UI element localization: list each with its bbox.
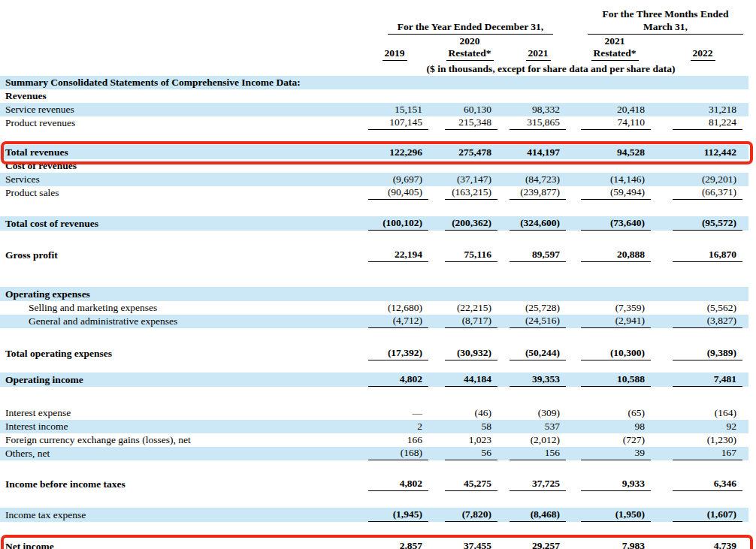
row-label: Product revenues xyxy=(0,116,353,130)
value-cell: (8,717) xyxy=(436,315,503,328)
value-cell: (30,932) xyxy=(436,346,503,360)
value-cell: (95,572) xyxy=(657,216,748,231)
value-cell: (17,392) xyxy=(353,346,436,360)
row-total-cost-of-revenues: Total cost of revenues(100,102)(200,362)… xyxy=(0,216,748,231)
units-note: ($ in thousands, except for share data a… xyxy=(353,62,748,76)
column-header-label: 2021 xyxy=(526,47,551,61)
row-label: Others, net xyxy=(0,447,353,460)
empty-cell xyxy=(0,0,353,35)
value-cell: (3,827) xyxy=(657,315,748,328)
row-revenues-header: Revenues xyxy=(0,89,748,103)
value-cell: 94,528 xyxy=(573,145,657,159)
value-cell: 45,275 xyxy=(436,477,503,491)
value-cell: 7,481 xyxy=(657,373,748,387)
value-cell: (46) xyxy=(436,406,503,420)
column-header-label: 2020Restated* xyxy=(446,35,494,61)
value-cell: 156 xyxy=(503,447,573,460)
value-cell: (9,697) xyxy=(353,173,436,186)
value-cell: 10,588 xyxy=(573,373,657,387)
value-cell: (324,600) xyxy=(503,216,573,231)
value-cell: 39,353 xyxy=(503,373,573,387)
spacer-cell xyxy=(0,130,748,145)
value-cell: 75,116 xyxy=(436,248,503,262)
value-cell: 9,933 xyxy=(573,477,657,491)
spacer-row xyxy=(0,387,748,406)
spacer-row xyxy=(0,460,748,477)
row-label: Cost of revenues xyxy=(0,159,748,173)
value-cell: (24,516) xyxy=(503,315,573,328)
spacer-cell xyxy=(0,387,748,406)
value-cell: (2,941) xyxy=(573,315,657,328)
value-cell: (164) xyxy=(657,406,748,420)
units-row: ($ in thousands, except for share data a… xyxy=(0,62,748,76)
value-cell: 20,888 xyxy=(573,248,657,262)
value-cell: (84,723) xyxy=(503,173,573,186)
value-cell: 89,597 xyxy=(503,248,573,262)
spacer-row xyxy=(0,328,748,346)
value-cell: (5,562) xyxy=(657,301,748,315)
value-cell: (73,640) xyxy=(573,216,657,231)
row-label: Product sales xyxy=(0,186,353,200)
spacer-cell xyxy=(0,328,748,346)
year-ended-group-cell: For the Year Ended December 31, xyxy=(353,0,573,35)
column-header-2021-restated: 2021Restated* xyxy=(573,35,657,62)
column-header-label: 2021Restated* xyxy=(591,35,639,61)
row-product-revenues: Product revenues107,145215,348315,86574,… xyxy=(0,116,748,130)
value-cell: (4,712) xyxy=(353,315,436,328)
value-cell: (1,945) xyxy=(353,508,436,522)
value-cell: (25,728) xyxy=(503,301,573,315)
value-cell: 6,346 xyxy=(657,477,748,491)
row-label: Total operating expenses xyxy=(0,346,353,360)
value-cell: 537 xyxy=(503,420,573,433)
spacer-cell xyxy=(0,200,748,216)
value-cell: (239,877) xyxy=(503,186,573,200)
value-cell: 15,151 xyxy=(353,103,436,116)
value-cell: 31,218 xyxy=(657,103,748,116)
spacer-cell xyxy=(0,491,748,508)
spacer-row xyxy=(0,231,748,248)
row-selling-marketing-expenses: Selling and marketing expenses(12,680)(2… xyxy=(0,301,748,315)
value-cell: 2,857 xyxy=(353,538,436,549)
row-total-operating-expenses: Total operating expenses(17,392)(30,932)… xyxy=(0,346,748,360)
row-label: Services xyxy=(0,173,353,186)
value-cell: (1,950) xyxy=(573,508,657,522)
value-cell: 81,224 xyxy=(657,116,748,130)
value-cell: 275,478 xyxy=(436,145,503,159)
row-operating-expenses-header: Operating expenses xyxy=(0,287,748,301)
column-years-row: 20192020Restated*20212021Restated*2022 xyxy=(0,35,748,62)
spacer-cell xyxy=(0,360,748,373)
row-label: Summary Consolidated Statements of Compr… xyxy=(0,76,748,89)
row-interest-expense: Interest expense—(46)(309)(65)(164) xyxy=(0,406,748,420)
value-cell: 58 xyxy=(436,420,503,433)
comprehensive-income-table: For the Year Ended December 31, For the … xyxy=(0,0,748,549)
year-ended-group-header: For the Year Ended December 31, xyxy=(388,20,553,35)
value-cell: 74,110 xyxy=(573,116,657,130)
row-gross-profit: Gross profit22,19475,11689,59720,88816,8… xyxy=(0,248,748,262)
value-cell: (2,012) xyxy=(503,433,573,447)
value-cell: 60,130 xyxy=(436,103,503,116)
value-cell: 167 xyxy=(657,447,748,460)
value-cell: (168) xyxy=(353,447,436,460)
value-cell: (309) xyxy=(503,406,573,420)
three-months-line2: March 31, xyxy=(588,20,743,33)
spacer-cell xyxy=(0,460,748,477)
row-label: Income before income taxes xyxy=(0,477,353,491)
value-cell: (22,215) xyxy=(436,301,503,315)
group-header-row: For the Year Ended December 31, For the … xyxy=(0,0,748,35)
row-operating-income: Operating income4,80244,18439,35310,5887… xyxy=(0,373,748,387)
value-cell: 122,296 xyxy=(353,145,436,159)
spacer-cell xyxy=(0,262,748,287)
value-cell: (90,405) xyxy=(353,186,436,200)
three-months-group-cell: For the Three Months Ended March 31, xyxy=(573,0,748,35)
row-label: Net income xyxy=(0,538,353,549)
row-service-revenues: Service revenues15,15160,13098,33220,418… xyxy=(0,103,748,116)
value-cell: 56 xyxy=(436,447,503,460)
spacer-row xyxy=(0,200,748,216)
value-cell: 39 xyxy=(573,447,657,460)
value-cell: 20,418 xyxy=(573,103,657,116)
value-cell: (727) xyxy=(573,433,657,447)
value-cell: (7,820) xyxy=(436,508,503,522)
value-cell: (50,244) xyxy=(503,346,573,360)
row-label: Interest income xyxy=(0,420,353,433)
value-cell: 98 xyxy=(573,420,657,433)
